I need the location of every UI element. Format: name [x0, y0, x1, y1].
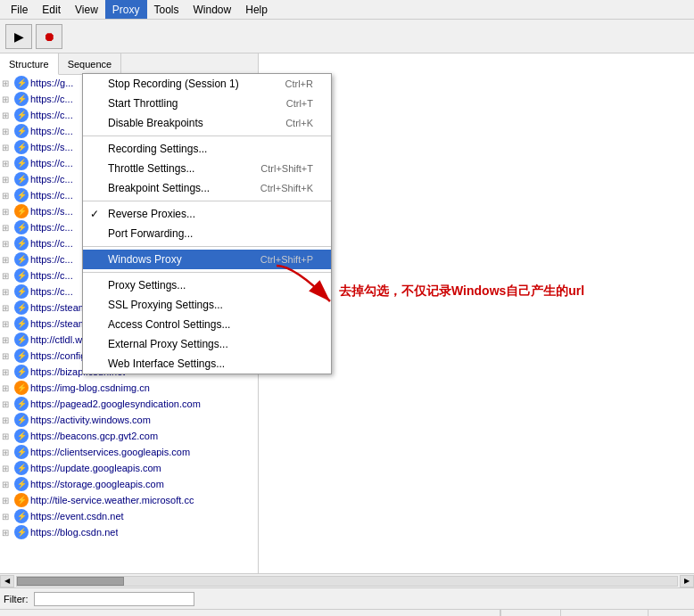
url-text: http://tile-service.weather.microsoft.cc	[30, 495, 194, 505]
play-button[interactable]: ▶	[5, 24, 32, 49]
tab-sequence[interactable]: Sequence	[59, 53, 122, 74]
menu-separator	[83, 201, 331, 201]
filter-label: Filter:	[4, 594, 29, 604]
url-text: https://beacons.gcp.gvt2.com	[30, 431, 158, 441]
expand-icon: ⊞	[2, 175, 14, 185]
status-icon: ⚡	[14, 108, 29, 122]
expand-icon: ⊞	[2, 335, 14, 345]
expand-icon: ⊞	[2, 223, 14, 233]
status-icon: ⚡	[14, 349, 29, 363]
menu-item-access-control-settings[interactable]: Access Control Settings...	[83, 315, 331, 334]
filter-input[interactable]	[34, 592, 194, 606]
menu-separator	[83, 136, 331, 136]
scroll-right-arrow[interactable]: ▶	[680, 575, 694, 587]
expand-icon: ⊞	[2, 143, 14, 152]
status-icon: ⚡	[14, 413, 29, 427]
list-item[interactable]: ⊞⚡https://clientservices.googleapis.com	[0, 444, 258, 460]
menu-edit[interactable]: Edit	[35, 0, 68, 19]
annotation-text: 去掉勾选，不仅记录Windows自己产生的url	[339, 283, 584, 298]
status-icon: ⚡	[14, 316, 29, 331]
horizontal-scrollbar[interactable]	[16, 576, 678, 587]
reco-button[interactable]: Reco...	[648, 610, 694, 616]
status-icon: ⚡	[14, 333, 29, 347]
status-buttons: Map Local Reverse Proxies Reco...	[500, 610, 694, 616]
status-icon: ⚡	[14, 172, 29, 186]
menu-item-start-throttling[interactable]: Start ThrottlingCtrl+T	[83, 94, 331, 113]
url-text: https://activity.windows.com	[30, 415, 151, 425]
menu-tools[interactable]: Tools	[147, 0, 186, 19]
menubar: File Edit View Proxy Tools Window Help	[0, 0, 694, 20]
menu-item-reverse-proxies[interactable]: ✓Reverse Proxies...	[83, 204, 331, 224]
menu-item-disable-breakpoints[interactable]: Disable BreakpointsCtrl+K	[83, 113, 331, 133]
menu-view[interactable]: View	[68, 0, 105, 19]
expand-icon: ⊞	[2, 528, 14, 538]
status-icon: ⚡	[14, 525, 29, 539]
toolbar: ▶ ⏺	[0, 20, 694, 53]
menu-item-web-interface-settings[interactable]: Web Interface Settings...	[83, 354, 331, 374]
menu-proxy[interactable]: Proxy	[105, 0, 147, 19]
status-icon: ⚡	[14, 204, 29, 218]
reverse-proxies-button[interactable]: Reverse Proxies	[560, 610, 648, 616]
url-text: https://c...	[30, 158, 73, 168]
menu-item-port-forwarding[interactable]: Port Forwarding...	[83, 224, 331, 243]
menu-help[interactable]: Help	[238, 0, 275, 19]
arrow-icon	[268, 257, 357, 310]
scroll-left-arrow[interactable]: ◀	[0, 575, 14, 587]
record-button[interactable]: ⏺	[36, 24, 62, 49]
list-item[interactable]: ⊞⚡https://event.csdn.net	[0, 508, 258, 524]
status-icon: ⚡	[14, 445, 29, 459]
list-item[interactable]: ⊞⚡http://tile-service.weather.microsoft.…	[0, 492, 258, 508]
url-text: https://blog.csdn.net	[30, 527, 118, 538]
scrollbar-thumb[interactable]	[17, 577, 124, 586]
status-icon: ⚡	[14, 300, 29, 315]
url-text: https://c...	[30, 286, 73, 297]
expand-icon: ⊞	[2, 351, 14, 361]
list-item[interactable]: ⊞⚡https://storage.googleapis.com	[0, 476, 258, 492]
menu-item-label: External Proxy Settings...	[108, 338, 228, 350]
status-icon: ⚡	[14, 92, 29, 106]
expand-icon: ⊞	[2, 464, 14, 473]
status-icon: ⚡	[14, 124, 29, 138]
list-item[interactable]: ⊞⚡https://update.googleapis.com	[0, 460, 258, 476]
menu-window[interactable]: Window	[186, 0, 239, 19]
url-text: https://update.googleapis.com	[30, 463, 161, 473]
filter-bar: Filter:	[0, 587, 694, 609]
expand-icon: ⊞	[2, 319, 14, 329]
menu-separator	[83, 246, 331, 247]
expand-icon: ⊞	[2, 78, 14, 88]
list-item[interactable]: ⊞⚡https://pagead2.googlesyndication.com	[0, 396, 258, 412]
menu-item-breakpoint-settings[interactable]: Breakpoint Settings...Ctrl+Shift+K	[83, 178, 331, 198]
tab-structure[interactable]: Structure	[0, 53, 59, 75]
status-icon: ⚡	[14, 236, 29, 251]
menu-item-shortcut: Ctrl+Shift+T	[243, 163, 313, 174]
menu-item-external-proxy-settings[interactable]: External Proxy Settings...	[83, 334, 331, 354]
list-item[interactable]: ⊞⚡https://blog.csdn.net	[0, 524, 258, 540]
status-icon: ⚡	[14, 365, 29, 379]
menu-item-recording-settings[interactable]: Recording Settings...	[83, 139, 331, 159]
list-item[interactable]: ⊞⚡https://img-blog.csdnimg.cn	[0, 380, 258, 396]
expand-icon: ⊞	[2, 399, 14, 409]
url-text: https://g...	[30, 78, 73, 88]
menu-file[interactable]: File	[4, 0, 35, 19]
annotation: 去掉勾选，不仅记录Windows自己产生的url	[339, 283, 584, 300]
list-item[interactable]: ⊞⚡https://activity.windows.com	[0, 412, 258, 428]
status-icon: ⚡	[14, 429, 29, 443]
expand-icon: ⊞	[2, 94, 14, 104]
url-text: https://c...	[30, 254, 73, 265]
url-text: https://img-blog.csdnimg.cn	[30, 382, 150, 393]
url-text: https://c...	[30, 190, 73, 201]
status-icon: ⚡	[14, 252, 29, 267]
map-local-button[interactable]: Map Local	[500, 610, 561, 616]
expand-icon: ⊞	[2, 303, 14, 313]
url-text: https://event.csdn.net	[30, 511, 124, 522]
menu-item-throttle-settings[interactable]: Throttle Settings...Ctrl+Shift+T	[83, 159, 331, 178]
menu-item-stop-recording[interactable]: Stop Recording (Session 1)Ctrl+R	[83, 74, 331, 94]
expand-icon: ⊞	[2, 207, 14, 217]
status-icon: ⚡	[14, 76, 29, 90]
list-item[interactable]: ⊞⚡https://beacons.gcp.gvt2.com	[0, 428, 258, 444]
expand-icon: ⊞	[2, 287, 14, 297]
menu-item-label: Reverse Proxies...	[108, 208, 195, 220]
url-text: https://c...	[30, 270, 73, 281]
expand-icon: ⊞	[2, 111, 14, 120]
menu-item-label: Start Throttling	[108, 97, 178, 110]
